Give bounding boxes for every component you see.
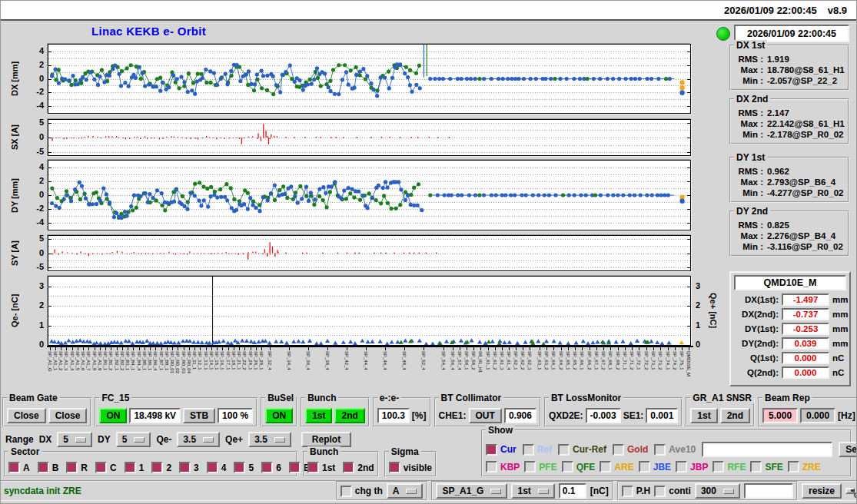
bunch-select-dropdown[interactable]: 1st bbox=[511, 483, 554, 499]
sector-5-checkbox[interactable]: 5 bbox=[234, 462, 254, 473]
show-are-checkbox[interactable]: ARE bbox=[600, 461, 633, 472]
bpm-tick-mark bbox=[194, 347, 195, 350]
bpm-tick-mark bbox=[575, 347, 576, 350]
sector-a-checkbox[interactable]: A bbox=[8, 462, 30, 473]
bpm-select-dropdown[interactable]: SP_A1_G bbox=[436, 483, 507, 499]
stat-panel-dx-1st: DX 1stRMS :1.919Max :18.780@S8_61_H1Min … bbox=[729, 45, 849, 91]
bpm-x-label: SP_A1_4 bbox=[70, 351, 75, 370]
sector-item-label: 6 bbox=[276, 463, 281, 473]
resize-button[interactable]: resize bbox=[802, 483, 842, 499]
bpm-x-label: SP_68_2 bbox=[616, 351, 620, 370]
show-cur-checkbox[interactable]: Cur bbox=[486, 444, 517, 456]
fc15-on-button[interactable]: ON bbox=[99, 408, 127, 423]
bpm-tick-mark bbox=[78, 347, 78, 350]
bpm-x-label: SP_46_4 bbox=[383, 351, 387, 370]
monitor-panel: QMD10E_M DX(1st):-1.497mmDX(2nd):-0.737m… bbox=[729, 271, 851, 386]
ref-name-input[interactable] bbox=[702, 442, 832, 457]
range-row: Range DX 5 DY 5 Qe- 3.5 Qe+ 3.5 Replot bbox=[5, 431, 351, 448]
dx-plot bbox=[48, 44, 691, 114]
sector-3-checkbox[interactable]: 3 bbox=[179, 462, 199, 473]
points-dropdown[interactable]: 300 bbox=[695, 483, 740, 499]
bunch-group: Bunch 1st 2nd bbox=[301, 397, 370, 427]
dy-plot bbox=[48, 160, 691, 230]
bpm-x-label: SP_A1_6 bbox=[81, 351, 85, 370]
bpm-tick-mark bbox=[95, 347, 95, 350]
beam-gate-close-button-2[interactable]: Close bbox=[48, 408, 88, 423]
gr-snsr-1st-button[interactable]: 1st bbox=[690, 408, 717, 423]
range-qem-dropdown[interactable]: 3.5 bbox=[177, 432, 220, 447]
th-channel-dropdown[interactable]: A bbox=[387, 483, 424, 499]
conti-checkbox[interactable]: conti bbox=[654, 486, 691, 497]
busel-on-button[interactable]: ON bbox=[265, 408, 293, 423]
y-tick-label: 4 bbox=[24, 162, 44, 171]
replot-button[interactable]: Replot bbox=[301, 432, 351, 447]
show-cur-ref-checkbox[interactable]: Cur-Ref bbox=[558, 444, 606, 456]
show-item-label: Cur bbox=[500, 444, 517, 455]
show-kbp-checkbox[interactable]: KBP bbox=[486, 461, 520, 472]
show-rfe-checkbox[interactable]: RFE bbox=[713, 461, 746, 472]
stat-rms: RMS :0.962 bbox=[736, 167, 845, 176]
sector-1-checkbox[interactable]: 1 bbox=[125, 462, 144, 473]
extra-input[interactable] bbox=[744, 483, 793, 499]
bunch-1st-button[interactable]: 1st bbox=[305, 408, 332, 423]
sector-r-checkbox[interactable]: R bbox=[66, 462, 88, 473]
show-item-label: PFE bbox=[539, 462, 556, 472]
show-pfe-checkbox[interactable]: PFE bbox=[524, 461, 556, 472]
dropdown-indicator-icon bbox=[203, 437, 214, 443]
monitor-row: DX(1st):-1.497mm bbox=[734, 293, 846, 306]
sector-6-checkbox[interactable]: 6 bbox=[261, 462, 281, 473]
gr-snsr-2nd-button[interactable]: 2nd bbox=[720, 408, 750, 423]
screenshot-button[interactable] bbox=[845, 488, 855, 494]
bpm-tick-mark bbox=[530, 347, 530, 350]
monitor-row: DY(2nd):0.039mm bbox=[734, 337, 846, 350]
sector-4-checkbox[interactable]: 4 bbox=[207, 462, 227, 473]
y-tick-label: 0 bbox=[24, 190, 44, 199]
show-item-label: Cur-Ref bbox=[573, 444, 606, 455]
chg-th-checkbox[interactable]: chg th bbox=[340, 486, 383, 497]
bpm-x-label: SP_B3_1 bbox=[125, 351, 130, 370]
beam-gate-close-button-1[interactable]: Close bbox=[7, 408, 46, 423]
bpm-tick-mark bbox=[244, 347, 245, 350]
che1-out-button[interactable]: OUT bbox=[469, 408, 502, 423]
checkbox-icon bbox=[486, 444, 497, 456]
bpm-x-label: SP_71_1 bbox=[623, 351, 627, 370]
bunch-select-2nd-checkbox[interactable]: 2nd bbox=[343, 462, 374, 473]
bpm-x-label: SP_56_4 bbox=[450, 351, 455, 370]
set-ref-button[interactable]: Set Ref bbox=[839, 442, 857, 457]
threshold-input[interactable] bbox=[559, 483, 586, 499]
bpm-x-label: SP_61_1 bbox=[486, 351, 490, 370]
ph-checkbox[interactable]: P.H bbox=[622, 486, 650, 497]
show-ave10-checkbox[interactable]: Ave10 bbox=[654, 444, 696, 456]
show-qfe-checkbox[interactable]: QFE bbox=[562, 461, 596, 472]
bpm-tick-mark bbox=[211, 347, 212, 350]
show-sfe-checkbox[interactable]: SFE bbox=[750, 461, 782, 472]
beam-gate-label: Beam Gate bbox=[7, 393, 60, 403]
dropdown-indicator-icon bbox=[490, 489, 501, 494]
bpm-x-label: SP_65_2 bbox=[573, 351, 577, 370]
bpm-x-label: SP_73_1 bbox=[651, 351, 656, 370]
show-ref-checkbox[interactable]: Ref bbox=[523, 444, 552, 456]
show-zre-checkbox[interactable]: ZRE bbox=[788, 461, 821, 472]
bpm-x-label: SP_75_1 bbox=[679, 351, 684, 370]
bpm-x-label: SP_18_1 bbox=[231, 351, 236, 370]
bpm-x-label: SP_12_1 bbox=[198, 351, 202, 370]
che1-label: CHE1: bbox=[439, 410, 467, 421]
range-qep-dropdown[interactable]: 3.5 bbox=[248, 432, 291, 447]
show-gold-checkbox[interactable]: Gold bbox=[613, 444, 648, 456]
stat-panel-title: DY 1st bbox=[734, 152, 767, 163]
range-dy-dropdown[interactable]: 5 bbox=[116, 432, 151, 447]
y-tick-label: 0 bbox=[24, 248, 44, 257]
bunch-select-1st-checkbox[interactable]: 1st bbox=[307, 462, 335, 473]
sector-b-checkbox[interactable]: B bbox=[38, 462, 59, 473]
sector-c-checkbox[interactable]: C bbox=[95, 462, 117, 473]
bpm-tick-mark bbox=[404, 347, 405, 350]
range-dx-dropdown[interactable]: 5 bbox=[57, 432, 92, 447]
beam-rep-hz-value: 0.000 bbox=[800, 408, 835, 423]
fc15-stb-button[interactable]: STB bbox=[183, 408, 215, 423]
bunch-2nd-button[interactable]: 2nd bbox=[334, 408, 364, 423]
sector-2-checkbox[interactable]: 2 bbox=[151, 462, 171, 473]
sigma-visible-checkbox[interactable]: visible bbox=[389, 462, 432, 473]
show-jbp-checkbox[interactable]: JBP bbox=[676, 461, 708, 472]
show-jbe-checkbox[interactable]: JBE bbox=[639, 461, 671, 472]
checkbox-icon bbox=[523, 444, 534, 456]
